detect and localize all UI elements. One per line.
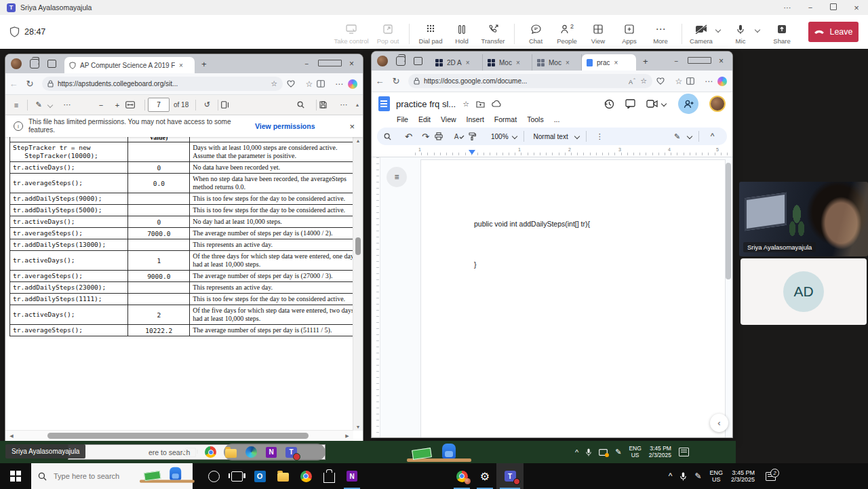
zoom-select[interactable]: 100%: [491, 133, 509, 140]
menu-file[interactable]: File: [397, 115, 408, 123]
fit-to-width-icon[interactable]: [125, 101, 142, 109]
action-center-icon[interactable]: 2: [766, 472, 776, 481]
shared-file-explorer-icon[interactable]: [225, 449, 237, 458]
editing-mode-icon[interactable]: ✎: [669, 132, 685, 141]
file-explorer-button[interactable]: [271, 463, 294, 489]
pdf-draw-icon[interactable]: ✎: [31, 100, 47, 109]
docs-scroll-thumb[interactable]: [726, 163, 731, 279]
pop-out-button[interactable]: Pop out: [372, 20, 403, 45]
back-icon[interactable]: ←: [372, 76, 388, 86]
document-status-cloud-icon[interactable]: [492, 100, 501, 107]
pdf-content[interactable]: value) StepTracker tr = new StepTracker(…: [5, 137, 363, 441]
pdf-search-icon[interactable]: [297, 101, 313, 109]
tab-moc-2[interactable]: Moc ×: [532, 54, 582, 71]
undo-icon[interactable]: ↶: [401, 132, 416, 142]
shared-tray-pen-icon[interactable]: ✎: [615, 448, 621, 456]
favorites-icon[interactable]: ☆: [671, 77, 686, 86]
indent-marker[interactable]: [469, 150, 475, 155]
copilot-icon[interactable]: [717, 77, 727, 86]
pdf-vertical-scrollbar[interactable]: ▲ ▼: [353, 137, 363, 431]
browser-profile-avatar[interactable]: [377, 56, 388, 66]
chrome-button[interactable]: [294, 463, 317, 489]
move-to-folder-icon[interactable]: [476, 100, 485, 108]
new-tab-button[interactable]: +: [201, 59, 207, 69]
scroll-up-arrow[interactable]: ▲: [353, 138, 363, 143]
browser-essentials-icon[interactable]: [287, 80, 302, 87]
browser-maximize-button[interactable]: [318, 60, 340, 68]
favorite-star-icon[interactable]: ☆: [271, 79, 277, 88]
apps-button[interactable]: Apps: [614, 20, 645, 45]
camera-button[interactable]: Camera: [688, 20, 715, 45]
window-close-button[interactable]: ×: [845, 3, 868, 13]
zoom-in-icon[interactable]: +: [109, 101, 125, 109]
transfer-button[interactable]: Transfer: [477, 20, 509, 45]
pdf-more-icon[interactable]: ⋯: [336, 100, 352, 109]
scroll-left-arrow[interactable]: ◀: [7, 431, 16, 441]
tray-chevron[interactable]: ^: [669, 471, 673, 481]
paint-format-icon[interactable]: [469, 132, 484, 140]
address-bar[interactable]: https://apstudents.collegeboard.org/sit.…: [42, 77, 283, 91]
paragraph-style-select[interactable]: Normal text: [534, 133, 568, 140]
print-icon[interactable]: [435, 132, 450, 140]
meet-video-icon[interactable]: [646, 100, 667, 108]
docs-ruler[interactable]: 1 1 2 3 4 5: [372, 146, 732, 157]
document-title[interactable]: practice frq sl...: [396, 99, 456, 109]
docs-search-icon[interactable]: [384, 133, 399, 140]
back-icon[interactable]: ←: [5, 79, 22, 89]
menu-tools[interactable]: Tools: [527, 115, 544, 123]
browser-maximize-button[interactable]: [688, 57, 710, 65]
document-page[interactable]: public void int addDailySteps(int[] tr){…: [420, 159, 726, 437]
shared-action-center-icon[interactable]: [679, 448, 689, 456]
browser-close-button[interactable]: ×: [340, 59, 363, 69]
doc-text-line-1[interactable]: public void int addDailySteps(int[] tr){: [474, 220, 590, 228]
mic-button[interactable]: Mic: [727, 20, 754, 45]
document-outline-button[interactable]: ≡: [387, 167, 407, 187]
tab-actions-icon[interactable]: [414, 57, 422, 65]
tab-ap-computer-science[interactable]: AP Computer Science A 2019 Fre ×: [64, 57, 195, 73]
hold-button[interactable]: Hold: [446, 20, 477, 45]
mic-options-chevron[interactable]: [755, 26, 760, 32]
search-input[interactable]: [52, 471, 136, 481]
star-document-icon[interactable]: ☆: [462, 100, 469, 109]
toolbar-more-icon[interactable]: ⋮: [592, 132, 608, 141]
docs-logo-icon[interactable]: [378, 96, 390, 111]
window-restore-button[interactable]: [822, 3, 845, 12]
menu-insert[interactable]: Insert: [467, 115, 484, 123]
view-permissions-link[interactable]: View permissions: [255, 122, 315, 130]
rotate-icon[interactable]: ↺: [199, 100, 215, 109]
dial-pad-button[interactable]: Dial pad: [415, 20, 446, 45]
doc-text-line-2[interactable]: }: [474, 260, 477, 269]
tab-moc-1[interactable]: Moc ×: [483, 54, 532, 71]
workspaces-icon[interactable]: [396, 56, 406, 66]
shared-tray-mic-icon[interactable]: [586, 448, 591, 456]
tab-close-icon[interactable]: ×: [516, 59, 520, 66]
account-avatar[interactable]: [709, 96, 726, 112]
settings-button[interactable]: ⚙: [473, 463, 496, 489]
shared-task-view-icon[interactable]: [185, 448, 196, 457]
shared-tray-chevron[interactable]: ^: [575, 448, 578, 456]
page-view-icon[interactable]: [221, 101, 237, 109]
browser-settings-more-icon[interactable]: ⋯: [332, 79, 347, 89]
new-tab-button[interactable]: +: [643, 56, 648, 66]
zoom-out-icon[interactable]: −: [93, 101, 109, 109]
menu-format[interactable]: Format: [494, 115, 517, 123]
tab-close-icon[interactable]: ×: [614, 59, 618, 66]
tab-close-icon[interactable]: ×: [466, 59, 470, 66]
pdf-draw-chevron[interactable]: [47, 102, 53, 107]
vertical-scroll-thumb[interactable]: [355, 237, 361, 255]
page-number-input[interactable]: [148, 98, 170, 112]
horizontal-scroll-thumb[interactable]: [47, 433, 309, 439]
spell-check-icon[interactable]: A: [452, 132, 467, 140]
workspaces-icon[interactable]: [30, 59, 39, 69]
participant-avatar-tile[interactable]: AD: [741, 258, 867, 325]
teams-taskbar-button[interactable]: T: [496, 463, 524, 489]
leave-button[interactable]: Leave: [808, 22, 859, 42]
pdf-more-tools-icon[interactable]: ⋯: [59, 100, 75, 109]
language-indicator[interactable]: ENGUS: [709, 469, 723, 484]
favorites-icon[interactable]: ☆: [302, 79, 317, 89]
share-button[interactable]: Share: [766, 20, 797, 45]
collapse-toolbar-icon[interactable]: ^: [705, 132, 720, 141]
more-button[interactable]: ⋯ More: [645, 20, 676, 45]
cortana-button[interactable]: [202, 463, 225, 489]
notice-close-icon[interactable]: ×: [349, 121, 355, 132]
